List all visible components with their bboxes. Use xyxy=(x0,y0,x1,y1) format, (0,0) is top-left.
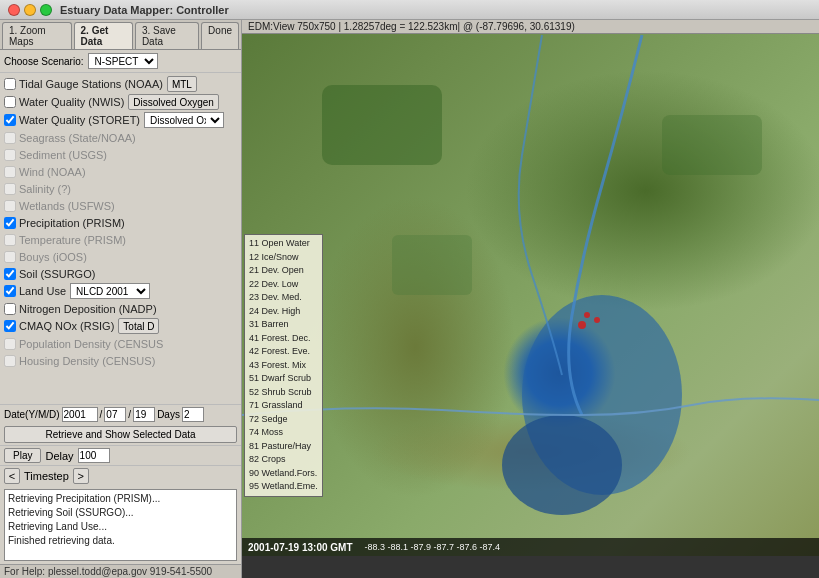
scenario-label: Choose Scenario: xyxy=(4,56,84,67)
tab-bar: 1. Zoom Maps 2. Get Data 3. Save Data Do… xyxy=(0,20,241,50)
map-coords: -88.3 -88.1 -87.9 -87.7 -87.6 -87.4 xyxy=(365,542,501,552)
soil-checkbox[interactable] xyxy=(4,268,16,280)
legend-item: 51 Dwarf Scrub xyxy=(249,372,318,386)
date-label: Date(Y/M/D) xyxy=(4,409,60,420)
svg-point-1 xyxy=(502,415,622,515)
water-quality-storet-label: Water Quality (STORET) xyxy=(19,114,140,126)
land-use-label: Land Use xyxy=(19,285,66,297)
legend-item: 95 Wetland.Eme. xyxy=(249,480,318,494)
map-info: EDM:View 750x750 | 1.28257deg = 122.523k… xyxy=(248,21,575,32)
delay-label: Delay xyxy=(45,450,73,462)
legend-item: 42 Forest. Eve. xyxy=(249,345,318,359)
close-button[interactable] xyxy=(8,4,20,16)
legend-item: 21 Dev. Open xyxy=(249,264,318,278)
map-timestamp: 2001-07-19 13:00 GMT xyxy=(248,542,353,553)
temperature-label: Temperature (PRISM) xyxy=(19,234,126,246)
legend-item: 22 Dev. Low xyxy=(249,278,318,292)
map-svg xyxy=(242,34,819,556)
timestep-label: Timestep xyxy=(24,470,69,482)
window-buttons xyxy=(8,4,52,16)
housing-checkbox[interactable] xyxy=(4,355,16,367)
map-panel[interactable]: EDM:View 750x750 | 1.28257deg = 122.523k… xyxy=(242,20,819,578)
cmaq-nox-checkbox[interactable] xyxy=(4,320,16,332)
maximize-button[interactable] xyxy=(40,4,52,16)
list-item: Land Use NLCD 2001 NLCD 1992 CCAP 2006 C… xyxy=(4,282,237,300)
tab-done[interactable]: Done xyxy=(201,22,239,49)
cmaq-nox-label: CMAQ NOx (RSIG) xyxy=(19,320,114,332)
timestep-next-button[interactable]: > xyxy=(73,468,89,484)
population-checkbox[interactable] xyxy=(4,338,16,350)
list-item: Soil (SSURGO) xyxy=(4,265,237,282)
water-quality-nwis-checkbox[interactable] xyxy=(4,96,16,108)
nitrogen-label: Nitrogen Deposition (NADP) xyxy=(19,303,157,315)
wetlands-checkbox[interactable] xyxy=(4,200,16,212)
sediment-checkbox[interactable] xyxy=(4,149,16,161)
salinity-checkbox[interactable] xyxy=(4,183,16,195)
play-button[interactable]: Play xyxy=(4,448,41,463)
svg-point-2 xyxy=(578,321,586,329)
list-item: Seagrass (State/NOAA) xyxy=(4,129,237,146)
scenario-select[interactable]: N-SPECT xyxy=(88,53,158,69)
land-use-select[interactable]: NLCD 2001 NLCD 1992 CCAP 2006 CCAP 2001 … xyxy=(70,283,150,299)
date-row: Date(Y/M/D) / / Days xyxy=(0,404,241,424)
legend-item: 90 Wetland.Fors. xyxy=(249,467,318,481)
water-quality-storet-checkbox[interactable] xyxy=(4,114,16,126)
legend-item: 41 Forest. Dec. xyxy=(249,332,318,346)
legend-item: 31 Barren xyxy=(249,318,318,332)
app-title: Estuary Data Mapper: Controller xyxy=(60,4,229,16)
list-item: Housing Density (CENSUS) xyxy=(4,352,237,369)
housing-label: Housing Density (CENSUS) xyxy=(19,355,155,367)
log-line: Retrieving Land Use... xyxy=(8,520,233,534)
legend-item: 11 Open Water xyxy=(249,237,318,251)
nitrogen-checkbox[interactable] xyxy=(4,303,16,315)
svg-rect-6 xyxy=(662,115,762,175)
legend-item: 24 Dev. High xyxy=(249,305,318,319)
tab-save-data[interactable]: 3. Save Data xyxy=(135,22,199,49)
list-item: Population Density (CENSUS xyxy=(4,335,237,352)
playback-row: Play Delay xyxy=(0,445,241,465)
date-year-input[interactable] xyxy=(62,407,98,422)
tidal-gauge-btn[interactable]: MTL xyxy=(167,76,197,92)
precipitation-checkbox[interactable] xyxy=(4,217,16,229)
seagrass-checkbox[interactable] xyxy=(4,132,16,144)
list-item: Water Quality (STORET) Dissolved Oxygen xyxy=(4,111,237,129)
legend-item: 82 Crops xyxy=(249,453,318,467)
timestep-row: < Timestep > xyxy=(0,465,241,486)
date-month-input[interactable] xyxy=(104,407,126,422)
tidal-gauge-checkbox[interactable] xyxy=(4,78,16,90)
list-item: Nitrogen Deposition (NADP) xyxy=(4,300,237,317)
list-item: Salinity (?) xyxy=(4,180,237,197)
cmaq-nox-btn[interactable]: Total D xyxy=(118,318,159,334)
list-item: Sediment (USGS) xyxy=(4,146,237,163)
bouys-checkbox[interactable] xyxy=(4,251,16,263)
tab-zoom-maps[interactable]: 1. Zoom Maps xyxy=(2,22,72,49)
legend-item: 81 Pasture/Hay xyxy=(249,440,318,454)
list-item: Bouys (iOOS) xyxy=(4,248,237,265)
log-area: Retrieving Precipitation (PRISM)... Retr… xyxy=(4,489,237,561)
wind-checkbox[interactable] xyxy=(4,166,16,178)
scenario-row: Choose Scenario: N-SPECT xyxy=(0,50,241,73)
retrieve-button[interactable]: Retrieve and Show Selected Data xyxy=(4,426,237,443)
timestep-prev-button[interactable]: < xyxy=(4,468,20,484)
legend-item: 74 Moss xyxy=(249,426,318,440)
water-quality-nwis-btn[interactable]: Dissolved Oxygen xyxy=(128,94,219,110)
water-quality-storet-select[interactable]: Dissolved Oxygen xyxy=(144,112,224,128)
log-line: Retrieving Precipitation (PRISM)... xyxy=(8,492,233,506)
land-use-checkbox[interactable] xyxy=(4,285,16,297)
map-canvas[interactable]: 11 Open Water 12 Ice/Snow 21 Dev. Open 2… xyxy=(242,34,819,556)
date-day-input[interactable] xyxy=(133,407,155,422)
days-value-input[interactable] xyxy=(182,407,204,422)
wetlands-label: Wetlands (USFWS) xyxy=(19,200,115,212)
temperature-checkbox[interactable] xyxy=(4,234,16,246)
log-line: Retrieving Soil (SSURGO)... xyxy=(8,506,233,520)
wind-label: Wind (NOAA) xyxy=(19,166,86,178)
delay-input[interactable] xyxy=(78,448,110,463)
svg-point-4 xyxy=(584,312,590,318)
tab-get-data[interactable]: 2. Get Data xyxy=(74,22,133,49)
water-quality-nwis-label: Water Quality (NWIS) xyxy=(19,96,124,108)
minimize-button[interactable] xyxy=(24,4,36,16)
list-item: Wetlands (USFWS) xyxy=(4,197,237,214)
legend-item: 12 Ice/Snow xyxy=(249,251,318,265)
legend-item: 23 Dev. Med. xyxy=(249,291,318,305)
map-title-bar: EDM:View 750x750 | 1.28257deg = 122.523k… xyxy=(242,20,819,34)
